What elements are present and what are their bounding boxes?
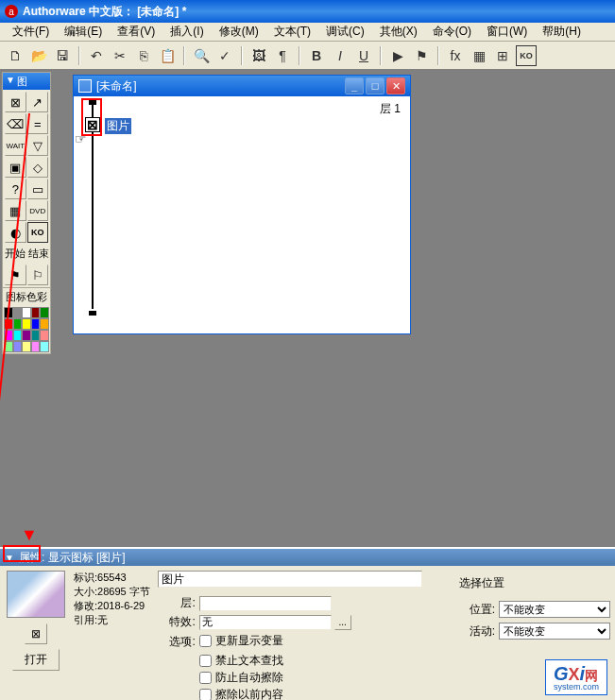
color-swatch[interactable]: [40, 318, 49, 330]
underline-button[interactable]: U: [353, 45, 374, 66]
undo-button[interactable]: ↶: [86, 45, 107, 66]
color-swatch[interactable]: [40, 341, 49, 352]
color-swatch[interactable]: [40, 307, 49, 318]
pos-select[interactable]: 不能改变: [499, 601, 610, 618]
color-swatch[interactable]: [31, 307, 41, 318]
menu-text[interactable]: 文本(T): [266, 22, 318, 42]
menu-debug[interactable]: 调试(C): [318, 22, 372, 42]
menu-window[interactable]: 窗口(W): [479, 22, 535, 42]
motion-icon[interactable]: ↗: [27, 92, 49, 112]
ko-button[interactable]: KO: [516, 45, 537, 66]
color-swatch[interactable]: [4, 307, 13, 318]
color-swatch[interactable]: [31, 318, 41, 330]
menu-edit[interactable]: 编辑(E): [57, 22, 110, 42]
wm-g: G: [554, 663, 569, 684]
color-swatch[interactable]: [13, 330, 23, 341]
open-button[interactable]: 打开: [12, 649, 60, 671]
var-button[interactable]: ▦: [469, 45, 489, 66]
menu-bar: 文件(F) 编辑(E) 查看(V) 插入(I) 修改(M) 文本(T) 调试(C…: [0, 23, 615, 42]
ctrl-button[interactable]: ⚑: [411, 45, 432, 66]
chk1-label: 更新显示变量: [215, 633, 283, 649]
color-swatch[interactable]: [40, 330, 49, 341]
chk-update-vars[interactable]: [199, 635, 212, 647]
style-button[interactable]: ¶: [272, 45, 293, 66]
color-swatch[interactable]: [22, 341, 31, 352]
color-swatch[interactable]: [31, 330, 41, 341]
italic-button[interactable]: I: [330, 45, 350, 66]
color-swatch[interactable]: [13, 318, 23, 330]
menu-view[interactable]: 查看(V): [110, 22, 162, 42]
chk-no-text-search[interactable]: [199, 655, 212, 667]
close-button[interactable]: ✕: [386, 77, 405, 94]
thumbnail: [7, 571, 65, 618]
props-title[interactable]: ▼属性: 显示图标 [图片]: [0, 549, 615, 566]
map-icon[interactable]: ▭: [27, 179, 49, 199]
menu-other[interactable]: 其他(X): [372, 22, 425, 42]
display-icon[interactable]: ⊠: [5, 92, 26, 112]
layer-input[interactable]: [199, 596, 332, 611]
copy-button[interactable]: ⎘: [133, 45, 154, 66]
chk-prevent-erase[interactable]: [199, 672, 212, 684]
color-swatch[interactable]: [13, 307, 23, 318]
menu-insert[interactable]: 插入(I): [162, 22, 211, 42]
flow-body[interactable]: 层 1 ☞ ⊠ 图片: [74, 96, 410, 333]
erase-icon[interactable]: ⌫: [5, 113, 26, 134]
minimize-button[interactable]: _: [345, 77, 364, 94]
wait-icon[interactable]: WAIT: [5, 135, 26, 156]
menu-cmd[interactable]: 命令(O): [425, 22, 479, 42]
separator: [380, 46, 382, 65]
digital-icon[interactable]: ▦: [5, 200, 26, 221]
find-button[interactable]: 🔍: [191, 45, 212, 66]
color-swatch[interactable]: [4, 341, 13, 352]
fx-input[interactable]: [199, 615, 332, 630]
color-swatch[interactable]: [13, 341, 23, 352]
flow-titlebar[interactable]: [未命名] _ □ ✕: [74, 76, 410, 96]
color-swatch[interactable]: [22, 330, 31, 341]
act-select[interactable]: 不能改变: [499, 623, 610, 640]
fx-browse-button[interactable]: ...: [334, 615, 351, 630]
menu-modify[interactable]: 修改(M): [212, 22, 266, 42]
start-flag[interactable]: ⚑: [5, 265, 26, 285]
id-label: 标识:: [74, 572, 97, 583]
calc-button[interactable]: ⊞: [492, 45, 513, 66]
bold-button[interactable]: B: [306, 45, 327, 66]
color-swatch[interactable]: [4, 318, 13, 330]
color-swatch[interactable]: [31, 341, 41, 352]
save-button[interactable]: 🖫: [52, 45, 73, 66]
menu-file[interactable]: 文件(F): [5, 22, 57, 42]
interaction-icon[interactable]: ?: [5, 179, 26, 199]
window-titlebar: a Authorware 中文版： [未命名] *: [0, 0, 615, 23]
calc-icon[interactable]: =: [27, 113, 49, 134]
paste-button[interactable]: 📋: [157, 45, 178, 66]
chk-erase-prev[interactable]: [199, 689, 212, 700]
node-label[interactable]: 图片: [105, 118, 131, 134]
name-input[interactable]: [158, 571, 422, 588]
wm-net: 网: [585, 668, 598, 683]
color-swatch[interactable]: [22, 318, 31, 330]
open-button[interactable]: 📂: [28, 45, 49, 66]
decision-icon[interactable]: ◇: [27, 157, 49, 178]
run-button[interactable]: ▶: [387, 45, 408, 66]
end-flag[interactable]: ⚐: [27, 265, 49, 285]
ko-icon[interactable]: KO: [27, 222, 49, 243]
sound-icon[interactable]: ◐: [5, 222, 26, 243]
framework-icon[interactable]: ▣: [5, 157, 26, 178]
image-button[interactable]: 🖼: [248, 45, 269, 66]
spell-button[interactable]: ✓: [214, 45, 235, 66]
display-node[interactable]: ⊠: [85, 117, 100, 132]
layer-label: 层 1: [380, 101, 401, 117]
new-button[interactable]: 🗋: [5, 45, 26, 66]
color-swatch[interactable]: [22, 307, 31, 318]
mod-label: 修改:: [74, 600, 97, 611]
maximize-button[interactable]: □: [366, 77, 384, 94]
cut-button[interactable]: ✂: [110, 45, 130, 66]
func-button[interactable]: fx: [445, 45, 466, 66]
preview-button[interactable]: ⊠: [25, 623, 47, 644]
app-icon: a: [5, 5, 18, 18]
nav-icon[interactable]: ▽: [27, 135, 49, 156]
size-label: 大小:: [74, 586, 97, 597]
color-grid: [3, 306, 50, 353]
dvd-icon[interactable]: DVD: [27, 200, 49, 221]
menu-help[interactable]: 帮助(H): [535, 22, 589, 42]
color-swatch[interactable]: [4, 330, 13, 341]
